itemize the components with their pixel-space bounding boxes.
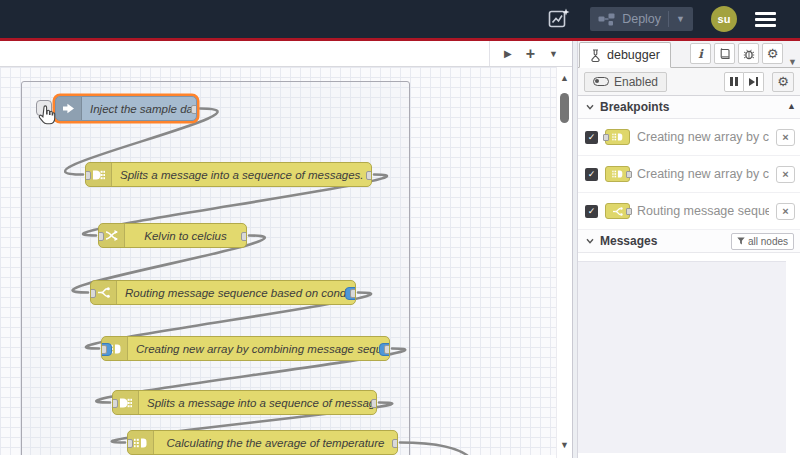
remove-breakpoint-button[interactable]: × [776,166,795,183]
deploy-button[interactable]: Deploy ▼ [590,7,693,31]
output-port[interactable] [241,232,247,241]
input-port [603,134,609,141]
info-icon: i [698,47,703,61]
flow-sparkle-icon [547,7,571,31]
deploy-caret-icon[interactable]: ▼ [676,14,685,24]
scrollbar-thumb[interactable] [560,93,569,123]
messages-section-header[interactable]: Messages all nodes [578,230,800,253]
breakpoint-checkbox[interactable]: ✓ [585,205,598,218]
input-port[interactable] [85,171,91,180]
node-switch[interactable]: Routing message sequence based on condit… [90,280,356,305]
breakpoint-label: Creating new array by combining message … [637,167,769,181]
node-label: Splits a message into a sequence of mess… [139,391,377,414]
node-label: Routing message sequence based on condit… [117,281,356,304]
filter-funnel-icon [737,237,745,245]
tab-config-button[interactable]: ⚙ [762,43,783,64]
tab-info-button[interactable]: i [690,43,711,64]
debugger-enabled-toggle[interactable]: Enabled [584,72,667,92]
assistant-button[interactable] [546,6,572,32]
breakpoint-row[interactable]: ✓ Creating new array by combining messag… [578,156,800,193]
node-label: Calculating the the average of temperatu… [154,431,397,454]
breakpoints-section-header[interactable]: Breakpoints ▲ [578,96,800,119]
input-port[interactable] [90,289,96,298]
input-port[interactable] [98,232,104,241]
breakpoint-label: Routing message sequence based on condit… [637,204,769,218]
chevron-down-icon [586,238,594,244]
hamburger-icon [755,12,776,15]
deploy-button-label: Deploy [622,12,661,26]
node-split[interactable]: Splits a message into a sequence of mess… [85,162,372,187]
input-port[interactable] [127,439,133,448]
output-port [626,208,632,215]
node-join[interactable]: Calculating the the average of temperatu… [127,430,398,455]
node-change[interactable]: Kelvin to celcius [98,223,247,248]
node-split[interactable]: Splits a message into a sequence of mess… [112,390,377,415]
breakpoint-checkbox[interactable]: ✓ [585,168,598,181]
sidebar-tab-bar: debugger i [578,41,800,68]
filter-label: all nodes [748,236,788,247]
tab-scroll-right-icon[interactable]: ▶ [504,48,512,59]
gear-icon: ⚙ [777,75,789,88]
input-port[interactable] [112,399,118,408]
scroll-down-icon[interactable]: ▼ [557,440,572,450]
deploy-icon [598,13,615,26]
join-node-chip [605,129,630,145]
node-join[interactable]: Creating new array by combining message … [101,336,390,361]
breakpoint-checkbox[interactable]: ✓ [585,131,598,144]
remove-breakpoint-button[interactable]: × [776,129,795,146]
user-avatar[interactable]: su [711,6,737,32]
bug-icon [743,48,755,60]
tab-debugger-label: debugger [607,48,660,62]
tab-help-button[interactable] [714,43,735,64]
join-node-chip [605,166,630,182]
add-flow-button[interactable]: + [526,45,535,63]
main-menu-button[interactable] [755,12,776,27]
gear-icon: ⚙ [767,47,779,60]
breakpoint-row[interactable]: ✓ Routing message sequence based on cond… [578,193,800,230]
flow-tab-controls: ▶ + ▼ [489,41,572,66]
pause-button[interactable] [724,72,744,92]
output-port[interactable] [392,439,398,448]
output-port[interactable] [366,171,372,180]
sidebar-tabs-caret-icon[interactable]: ▼ [788,57,797,67]
sidebar: debugger i [578,41,800,458]
deploy-divider [668,11,669,27]
output-port[interactable] [350,289,356,298]
scroll-up-icon[interactable]: ▲ [557,73,572,83]
cursor-pointer-icon [37,105,56,127]
join-icon [612,170,623,178]
node-inject[interactable]: Inject the sample data [55,96,197,121]
output-port[interactable] [384,345,390,354]
breakpoint-row[interactable]: ✓ Creating new array by combining messag… [578,119,800,156]
input-port[interactable] [101,345,107,354]
inject-icon [56,97,82,120]
flow-list-caret-icon[interactable]: ▼ [549,49,558,59]
canvas-vertical-scrollbar[interactable]: ▲ ▼ [556,67,572,458]
tab-debug-button[interactable] [738,43,759,64]
messages-title: Messages [600,234,657,248]
join-icon [612,133,623,141]
toggle-icon [593,77,609,86]
remove-breakpoint-button[interactable]: × [776,203,795,220]
messages-filter-button[interactable]: all nodes [731,233,794,250]
step-button[interactable] [744,72,764,92]
header-bar: Deploy ▼ su [0,0,800,38]
flow-tab-bar: ▶ + ▼ [0,41,572,67]
debugger-settings-button[interactable]: ⚙ [772,72,794,92]
pause-icon [730,77,738,86]
breakpoint-label: Creating new array by combining message … [637,130,769,144]
flow-canvas[interactable]: Inject the sample data Splits a message … [0,67,572,458]
node-label: Kelvin to celcius [125,224,246,247]
book-icon [719,48,731,60]
tab-debugger[interactable]: debugger [579,42,671,68]
debugger-toolbar: Enabled ⚙ [578,68,800,96]
switch-node-chip [605,203,630,219]
node-label: Splits a message into a sequence of mess… [112,163,372,186]
switch-icon [612,207,623,216]
node-label: Inject the sample data [82,97,197,120]
enabled-label: Enabled [614,75,658,89]
chevron-down-icon [586,104,594,110]
list-scroll-up-icon[interactable]: ▲ [787,101,796,111]
output-port[interactable] [191,105,197,114]
output-port[interactable] [371,399,377,408]
